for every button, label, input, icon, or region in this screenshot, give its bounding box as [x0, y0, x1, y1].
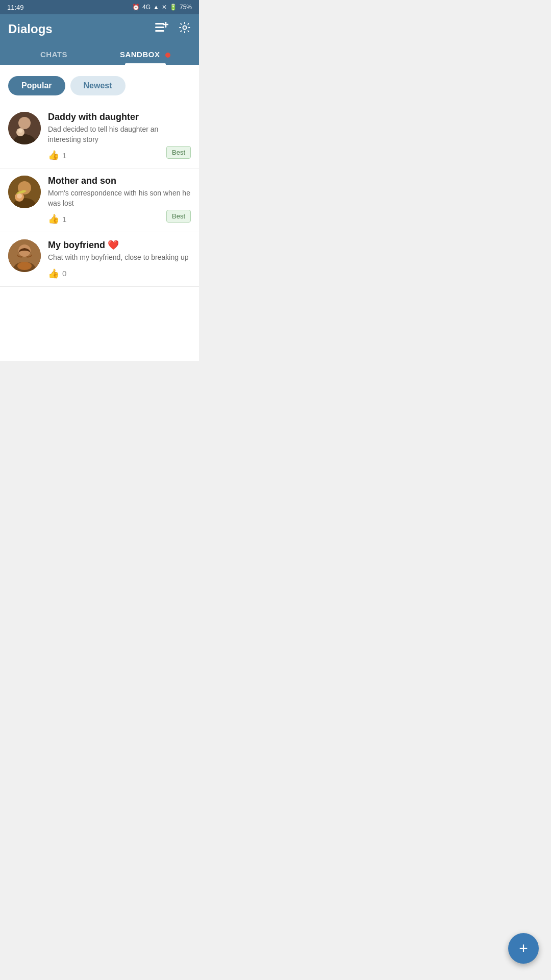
- network-type: 4G: [142, 4, 151, 11]
- like-icon-daddy-daughter[interactable]: 👍: [48, 150, 59, 161]
- chat-item-daddy-daughter[interactable]: Daddy with daughter Dad decided to tell …: [0, 105, 199, 168]
- filter-row: Popular Newest: [0, 73, 199, 105]
- like-count-mother-son: 1: [62, 215, 66, 224]
- status-time: 11:49: [7, 4, 24, 11]
- signal-x-icon: ✕: [162, 4, 167, 11]
- alarm-icon: ⏰: [132, 4, 140, 11]
- svg-point-7: [18, 117, 31, 129]
- battery-percent: 75%: [180, 4, 192, 11]
- like-count-boyfriend: 0: [62, 269, 66, 278]
- chat-desc-boyfriend: Chat with my boyfriend, close to breakin…: [48, 253, 191, 263]
- svg-point-5: [183, 26, 187, 30]
- filter-newest-button[interactable]: Newest: [70, 76, 126, 95]
- filter-popular-button[interactable]: Popular: [8, 76, 65, 95]
- settings-icon[interactable]: [179, 21, 191, 37]
- new-chat-icon[interactable]: [155, 22, 168, 36]
- status-right: ⏰ 4G ▲ ✕ 🔋 75%: [132, 4, 192, 11]
- app-header: Dialogs CHATS: [0, 14, 199, 65]
- content-area: Popular Newest Daddy with daughter Dad d…: [0, 65, 199, 361]
- best-badge-mother-son: Best: [166, 210, 191, 223]
- avatar-boyfriend: [8, 239, 41, 272]
- chat-title-mother-son: Mother and son: [48, 176, 191, 186]
- chat-desc-daddy-daughter: Dad decided to tell his daughter an inte…: [48, 125, 191, 144]
- tab-sandbox[interactable]: SANDBOX: [99, 45, 191, 65]
- page-title: Dialogs: [8, 22, 53, 36]
- svg-point-10: [18, 129, 22, 133]
- tab-chats[interactable]: CHATS: [8, 45, 99, 65]
- battery-icon: 🔋: [169, 4, 177, 11]
- sandbox-notification-dot: [165, 53, 170, 58]
- status-bar: 11:49 ⏰ 4G ▲ ✕ 🔋 75%: [0, 0, 199, 14]
- best-badge-daddy-daughter: Best: [166, 146, 191, 159]
- chat-info-boyfriend: My boyfriend ❤️ Chat with my boyfriend, …: [48, 239, 191, 279]
- chat-title-daddy-daughter: Daddy with daughter: [48, 112, 191, 122]
- header-actions: [155, 21, 191, 37]
- like-icon-boyfriend[interactable]: 👍: [48, 268, 59, 279]
- svg-rect-2: [155, 30, 164, 32]
- chat-meta-boyfriend: 👍 0: [48, 268, 191, 279]
- svg-point-15: [17, 193, 22, 199]
- avatar-daddy-daughter: [8, 112, 41, 144]
- chat-item-mother-son[interactable]: Mother and son Mom's correspondence with…: [0, 168, 199, 232]
- tab-bar: CHATS SANDBOX: [8, 45, 191, 65]
- chat-item-boyfriend[interactable]: My boyfriend ❤️ Chat with my boyfriend, …: [0, 232, 199, 287]
- svg-point-19: [17, 262, 32, 270]
- chat-title-boyfriend: My boyfriend ❤️: [48, 239, 191, 251]
- avatar-mother-son: [8, 176, 41, 208]
- like-icon-mother-son[interactable]: 👍: [48, 213, 59, 225]
- svg-rect-1: [155, 27, 164, 28]
- like-count-daddy-daughter: 1: [62, 151, 66, 160]
- signal-icon: ▲: [153, 4, 159, 11]
- chat-desc-mother-son: Mom's correspondence with his son when h…: [48, 188, 191, 208]
